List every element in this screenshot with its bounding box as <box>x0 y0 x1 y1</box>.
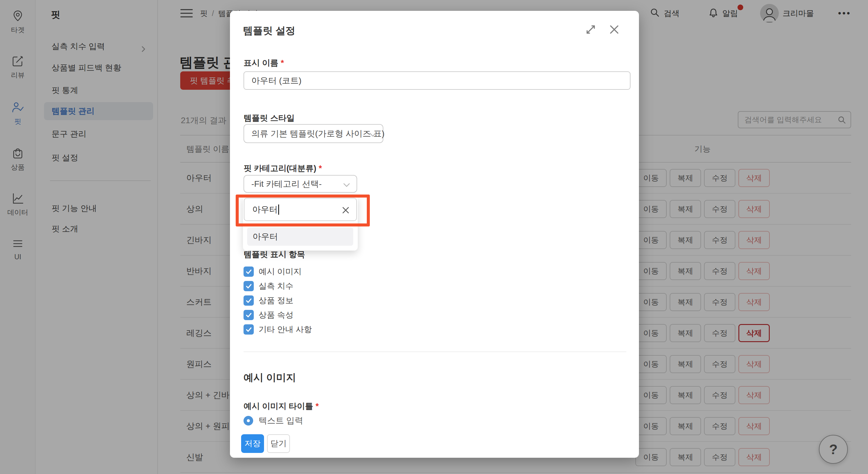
text-input-radio[interactable]: 텍스트 입력 <box>244 415 303 427</box>
required-mark: * <box>315 402 319 411</box>
close-icon[interactable] <box>608 24 620 36</box>
fit-category-label: 핏 카테고리(대분류)* <box>244 163 322 174</box>
checkbox-label: 예시 이미지 <box>258 266 302 277</box>
example-image-title-label: 예시 이미지 타이틀* <box>244 401 319 412</box>
checkbox-row[interactable]: 상품 정보 <box>244 293 312 308</box>
checkbox-checked-icon[interactable] <box>244 324 254 335</box>
app-root: 타겟 리뷰 핏 상품 데이터 UI 핏 실측 치수 입력 상품별 피드백 현황 <box>0 0 868 474</box>
fit-category-select[interactable]: -Fit 카테고리 선택- <box>244 175 357 193</box>
checkbox-row[interactable]: 기타 안내 사항 <box>244 322 312 337</box>
checkbox-row[interactable]: 상품 속성 <box>244 308 312 322</box>
radio-selected-icon[interactable] <box>244 416 253 426</box>
category-search-input[interactable]: 아우터 <box>244 198 357 221</box>
section-divider <box>244 351 626 352</box>
text-cursor <box>278 204 279 215</box>
checkbox-row[interactable]: 예시 이미지 <box>244 264 312 279</box>
modal-title: 템플릿 설정 <box>243 24 296 38</box>
example-image-heading: 예시 이미지 <box>244 371 296 384</box>
checkbox-row[interactable]: 실측 치수 <box>244 279 312 293</box>
clear-icon[interactable] <box>341 206 350 215</box>
display-items-list: 예시 이미지 실측 치수 상품 정보 상품 속성 <box>244 264 312 337</box>
template-style-label: 템플릿 스타일 <box>244 113 295 124</box>
display-items-label: 템플릿 표시 항목 <box>244 249 305 260</box>
display-name-label: 표시 이름* <box>244 58 284 68</box>
checkbox-label: 상품 속성 <box>258 310 293 320</box>
close-button[interactable]: 닫기 <box>267 434 290 453</box>
required-mark: * <box>318 164 322 173</box>
save-button[interactable]: 저장 <box>241 434 264 453</box>
chevron-down-icon <box>369 131 377 140</box>
checkbox-checked-icon[interactable] <box>244 296 254 306</box>
category-dropdown: 아우터 아우터 <box>243 195 358 250</box>
display-name-input[interactable] <box>244 71 630 90</box>
template-style-select[interactable]: 의류 기본 템플릿(가로형 사이즈 표) <box>244 124 383 143</box>
expand-icon[interactable] <box>585 24 597 36</box>
category-option[interactable]: 아우터 <box>247 227 353 246</box>
required-mark: * <box>281 59 284 67</box>
checkbox-label: 상품 정보 <box>258 295 293 306</box>
checkbox-label: 실측 치수 <box>258 281 293 292</box>
checkbox-checked-icon[interactable] <box>244 310 254 320</box>
checkbox-checked-icon[interactable] <box>244 267 254 277</box>
checkbox-checked-icon[interactable] <box>244 281 254 291</box>
radio-label: 텍스트 입력 <box>258 415 303 427</box>
chevron-down-icon <box>343 181 350 191</box>
checkbox-label: 기타 안내 사항 <box>258 324 312 335</box>
template-settings-modal: 템플릿 설정 표시 이름* 템플릿 스타일 의류 기본 템플릿(가로형 사이즈 … <box>230 11 639 458</box>
